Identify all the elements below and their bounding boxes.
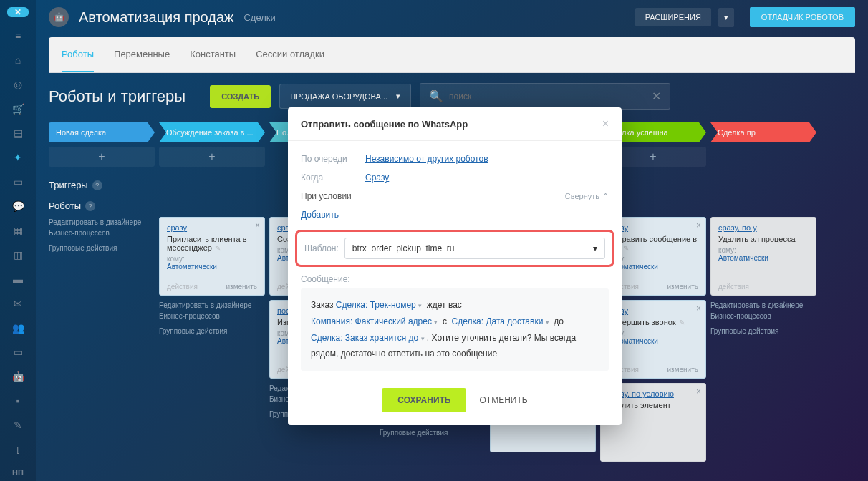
cancel-button[interactable]: ОТМЕНИТЬ	[479, 395, 527, 405]
chip-stored-until[interactable]: Сделка: Заказ хранится до ▾	[311, 333, 425, 343]
help-icon[interactable]: ?	[472, 119, 482, 129]
add-condition-link[interactable]: Добавить	[301, 205, 609, 227]
queue-value[interactable]: Независимо от других роботов	[365, 154, 488, 164]
template-field-highlight: Шаблон: btrx_order_pickup_time_ru ▾	[295, 230, 614, 267]
chip-track-number[interactable]: Сделка: Трек-номер ▾	[336, 300, 422, 310]
modal-send-whatsapp: Отправить сообщение по WhatsApp ? × По о…	[288, 107, 622, 425]
chip-company-address[interactable]: Компания: Фактический адрес ▾	[311, 316, 438, 326]
template-select[interactable]: btrx_order_pickup_time_ru ▾	[344, 238, 605, 259]
when-label: Когда	[301, 173, 365, 183]
modal-footer: СОХРАНИТЬ ОТМЕНИТЬ	[288, 382, 622, 425]
template-value: btrx_order_pickup_time_ru	[352, 243, 455, 253]
collapse-toggle[interactable]: Свернуть ⌃	[565, 192, 609, 201]
chip-delivery-date[interactable]: Сделка: Дата доставки ▾	[452, 316, 549, 326]
save-button[interactable]: СОХРАНИТЬ	[382, 388, 466, 412]
message-editor[interactable]: Заказ Сделка: Трек-номер ▾ ждет вас Комп…	[301, 288, 609, 371]
condition-label: При условии	[301, 191, 352, 201]
template-label: Шаблон:	[304, 243, 339, 253]
when-value[interactable]: Сразу	[365, 173, 389, 183]
modal-title: Отправить сообщение по WhatsApp	[301, 119, 468, 130]
message-label: Сообщение:	[301, 274, 609, 284]
queue-label: По очереди	[301, 154, 365, 164]
chevron-down-icon: ▾	[593, 243, 597, 253]
close-icon[interactable]: ×	[602, 117, 609, 130]
modal-body: По очереди Независимо от других роботов …	[288, 141, 622, 382]
modal-header: Отправить сообщение по WhatsApp ? ×	[288, 107, 622, 141]
chevron-up-icon: ⌃	[602, 192, 609, 201]
